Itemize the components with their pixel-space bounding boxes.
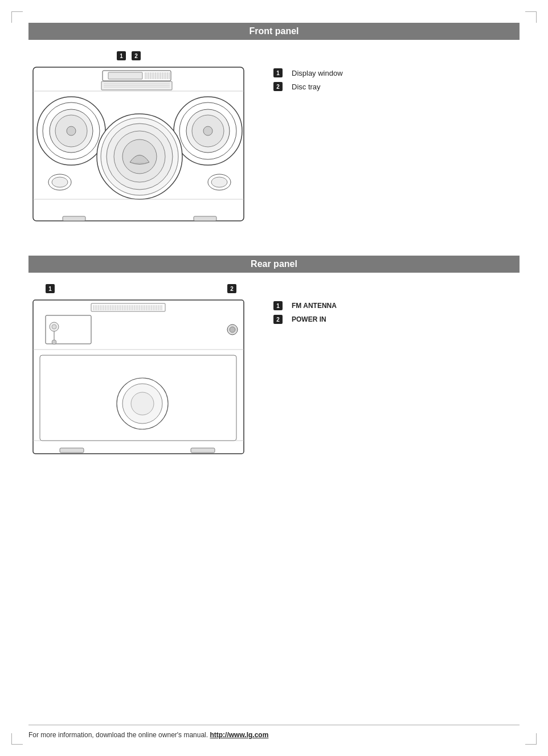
svg-rect-37 [101, 81, 172, 90]
svg-rect-46 [91, 303, 165, 311]
svg-point-99 [131, 392, 154, 415]
front-device-container: 1 2 [28, 51, 251, 233]
rear-label-1-text: FM ANTENNA [292, 302, 337, 310]
rear-label-2: 2 POWER IN [273, 315, 337, 324]
footer: For more information, download the onlin… [28, 725, 520, 739]
rear-label-2-text: POWER IN [292, 315, 326, 323]
front-badge-2: 2 [132, 51, 141, 60]
corner-mark-tl [11, 11, 23, 23]
svg-point-36 [211, 177, 227, 187]
front-badge-1: 1 [117, 51, 126, 60]
svg-rect-42 [194, 216, 216, 221]
rear-badge-label-1: 1 [273, 301, 283, 310]
front-badge-label-2: 2 [273, 82, 283, 91]
svg-point-92 [52, 340, 56, 344]
front-panel-title: Front panel [249, 26, 298, 36]
front-panel-section: Front panel 1 2 [28, 23, 520, 233]
svg-rect-101 [191, 448, 215, 453]
rear-panel-section: Rear panel 1 2 [28, 256, 520, 466]
svg-rect-2 [108, 72, 142, 79]
corner-mark-br [525, 733, 537, 745]
front-panel-labels: 1 Display window 2 Disc tray [273, 51, 343, 96]
page: Front panel 1 2 [0, 0, 548, 756]
svg-point-34 [52, 177, 68, 187]
front-panel-header: Front panel [28, 23, 520, 40]
front-panel-illustration [28, 63, 251, 231]
rear-panel-illustration [28, 295, 251, 463]
front-panel-content: 1 2 [28, 51, 520, 233]
rear-badge-2: 2 [227, 284, 236, 293]
footer-text: For more information, download the onlin… [28, 731, 208, 739]
footer-link[interactable]: http://www.lg.com [210, 731, 268, 739]
front-label-2-text: Disc tray [292, 83, 321, 91]
svg-point-90 [52, 324, 56, 329]
svg-point-94 [230, 327, 235, 332]
rear-device-container: 1 2 [28, 284, 251, 466]
svg-rect-41 [63, 216, 85, 221]
front-badge-label-1: 1 [273, 68, 283, 77]
rear-badge-row: 1 2 [28, 284, 251, 293]
rear-panel-header: Rear panel [28, 256, 520, 273]
corner-mark-tr [525, 11, 537, 23]
front-label-1: 1 Display window [273, 68, 343, 77]
rear-badge-1: 1 [46, 284, 55, 293]
front-label-2: 2 Disc tray [273, 82, 343, 91]
svg-rect-100 [60, 448, 84, 453]
svg-point-22 [67, 126, 76, 135]
rear-label-1: 1 FM ANTENNA [273, 301, 337, 310]
rear-badge-label-2: 2 [273, 315, 283, 324]
rear-panel-labels: 1 FM ANTENNA 2 POWER IN [273, 284, 337, 328]
corner-mark-bl [11, 733, 23, 745]
rear-panel-content: 1 2 [28, 284, 520, 466]
front-label-1-text: Display window [292, 69, 343, 77]
svg-point-27 [203, 126, 212, 135]
rear-panel-title: Rear panel [251, 259, 297, 269]
front-badge-row: 1 2 [117, 51, 251, 60]
